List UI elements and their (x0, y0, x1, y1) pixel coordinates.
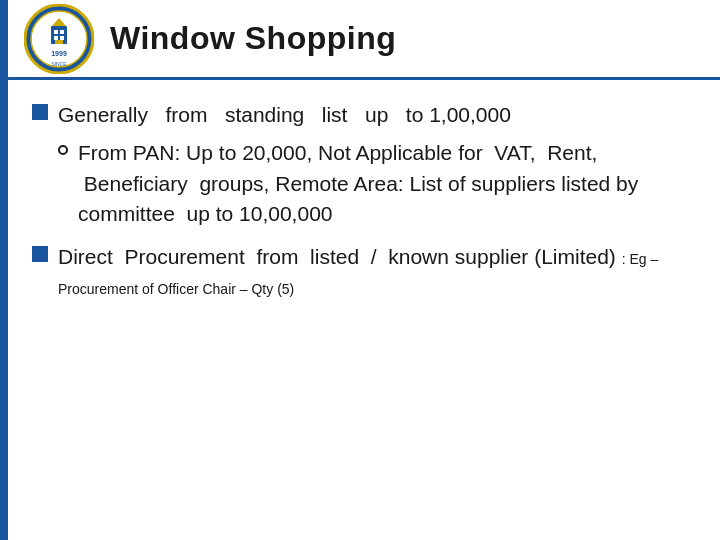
svg-rect-7 (55, 40, 63, 44)
svg-text:SINCE: SINCE (51, 61, 67, 67)
sub-bullet-1-text: From PAN: Up to 20,000, Not Applicable f… (78, 138, 692, 229)
bullet-item-2: Direct Procurement from listed / known s… (32, 242, 692, 303)
bullet-square-icon (32, 104, 48, 120)
logo: 1999 SINCE (24, 4, 94, 74)
bullet-1-main: Generally from standing list up to 1,00,… (58, 103, 511, 126)
bullet-2-text: Direct Procurement from listed / known s… (58, 242, 692, 303)
svg-text:1999: 1999 (51, 50, 67, 57)
header: 1999 SINCE Window Shopping (0, 0, 720, 80)
slide-title: Window Shopping (110, 20, 396, 57)
svg-rect-3 (54, 30, 58, 34)
bullet-2-main: Direct Procurement from listed / known s… (58, 245, 616, 268)
sub-bullet-list-1: From PAN: Up to 20,000, Not Applicable f… (58, 138, 692, 229)
bullet-item-1: Generally from standing list up to 1,00,… (32, 100, 692, 130)
slide: 1999 SINCE Window Shopping Generally fro… (0, 0, 720, 540)
svg-rect-6 (60, 36, 64, 40)
sub-bullet-circle-icon (58, 145, 68, 155)
bullet-square-2-icon (32, 246, 48, 262)
accent-bar (0, 0, 8, 540)
bullet-1-text: Generally from standing list up to 1,00,… (58, 100, 511, 130)
content-area: Generally from standing list up to 1,00,… (0, 80, 720, 331)
sub-bullet-item-1: From PAN: Up to 20,000, Not Applicable f… (58, 138, 692, 229)
svg-rect-5 (54, 36, 58, 40)
bullet-block-1: Generally from standing list up to 1,00,… (32, 100, 692, 230)
bullet-block-2: Direct Procurement from listed / known s… (32, 242, 692, 303)
svg-rect-4 (60, 30, 64, 34)
